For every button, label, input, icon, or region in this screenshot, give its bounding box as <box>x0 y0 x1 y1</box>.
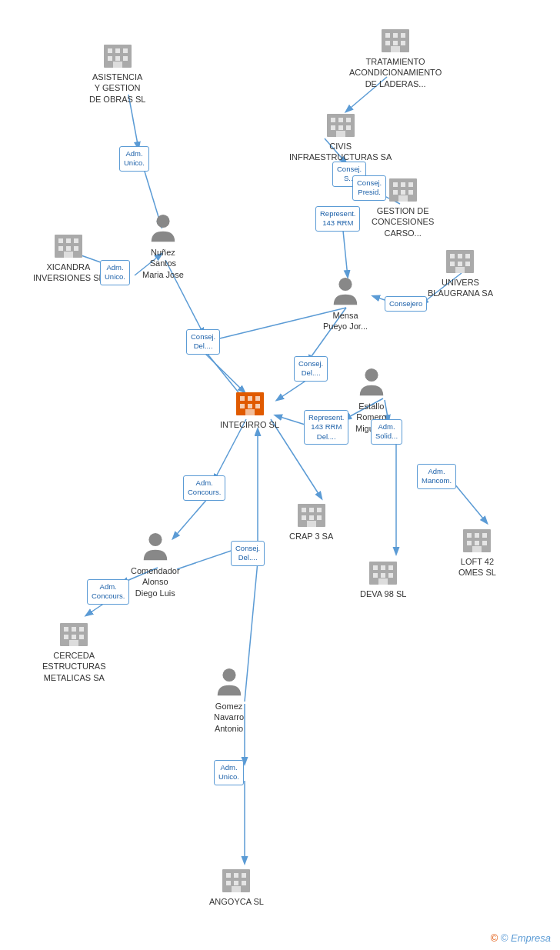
svg-rect-74 <box>408 182 413 187</box>
svg-rect-120 <box>226 873 231 878</box>
svg-rect-49 <box>393 33 398 38</box>
person-icon-gomez <box>215 668 243 698</box>
badge-represent-143rrm[interactable]: Represent. 143 RRM <box>315 206 360 232</box>
svg-rect-125 <box>242 881 246 885</box>
label-deva98: DEVA 98 SL <box>360 588 406 599</box>
svg-rect-94 <box>307 521 316 527</box>
svg-rect-75 <box>393 190 398 195</box>
watermark: © © Empresa <box>491 932 551 944</box>
label-xicandra: XICANDRA INVERSIONES SL <box>33 262 104 284</box>
svg-rect-40 <box>108 48 112 53</box>
svg-rect-53 <box>401 41 405 45</box>
badge-adm-unico-asistencia[interactable]: Adm. Unico. <box>119 146 149 172</box>
badge-adm-unico-gomez[interactable]: Adm. Unico. <box>214 760 244 785</box>
label-asistencia: ASISTENCIA Y GESTION DE OBRAS SL <box>89 72 145 105</box>
node-civis: CIVIS INFRAESTRUCTURAS SA <box>289 106 392 163</box>
svg-rect-88 <box>302 508 306 512</box>
badge-adm-concours-intecirro[interactable]: Adm. Concours. <box>183 475 225 501</box>
svg-rect-101 <box>388 573 393 578</box>
company-icon-angoyca <box>220 862 252 894</box>
badge-consej-del-mensa2[interactable]: Consej. Del.... <box>294 356 328 382</box>
label-civis: CIVIS INFRAESTRUCTURAS SA <box>289 141 392 163</box>
node-deva98: DEVA 98 SL <box>360 554 406 599</box>
badge-adm-solid[interactable]: Adm. Solid... <box>371 419 402 445</box>
svg-rect-42 <box>123 48 128 53</box>
company-icon-asistencia <box>102 37 134 69</box>
person-icon-nunez <box>149 214 177 245</box>
svg-rect-84 <box>458 262 462 266</box>
node-intecirro: INTECIRRO SL <box>220 385 279 430</box>
label-nunez: Nuñez Santos Maria Jose <box>142 247 184 280</box>
svg-rect-85 <box>465 262 470 266</box>
svg-rect-35 <box>240 404 245 408</box>
svg-rect-54 <box>391 46 400 52</box>
svg-rect-93 <box>317 515 322 520</box>
svg-rect-100 <box>381 573 385 578</box>
svg-rect-112 <box>64 627 68 632</box>
company-icon-cerceda <box>58 615 90 648</box>
svg-rect-38 <box>245 409 255 415</box>
node-cerceda: CERCEDA ESTRUCTURAS METALICAS SA <box>42 615 106 683</box>
person-icon-estallo <box>358 368 385 398</box>
svg-rect-67 <box>58 246 63 251</box>
node-crap3: CRAP 3 SA <box>289 496 333 542</box>
label-crap3: CRAP 3 SA <box>289 531 333 542</box>
svg-rect-61 <box>346 125 351 130</box>
label-intecirro: INTECIRRO SL <box>220 419 279 430</box>
badge-consej-presid-civis[interactable]: Consej. Presid. <box>352 175 386 201</box>
svg-rect-113 <box>72 627 76 632</box>
node-univers: UNIVERS BLAUGRANA SA <box>428 242 493 299</box>
company-icon-tratamiento <box>379 22 412 54</box>
svg-rect-102 <box>378 578 388 585</box>
company-icon-univers <box>444 242 476 275</box>
svg-rect-37 <box>255 404 260 408</box>
svg-rect-81 <box>458 254 462 258</box>
svg-rect-51 <box>385 41 390 45</box>
svg-rect-77 <box>408 190 413 195</box>
company-icon-gestion <box>387 171 419 203</box>
svg-rect-76 <box>401 190 405 195</box>
svg-rect-105 <box>475 533 479 538</box>
label-loft42: LOFT 42 OMES SL <box>458 556 496 578</box>
badge-adm-concours-cerceda[interactable]: Adm. Concours. <box>87 579 129 605</box>
svg-rect-72 <box>393 182 398 187</box>
svg-rect-82 <box>465 254 470 258</box>
svg-point-130 <box>148 533 162 546</box>
svg-rect-60 <box>338 125 343 130</box>
svg-rect-121 <box>234 873 238 878</box>
node-tratamiento: TRATAMIENTO ACONDICIONAMIENTO DE LADERAS… <box>349 22 442 89</box>
label-gestion: GESTION DE CONCESIONES CARSO... <box>372 205 434 238</box>
svg-rect-123 <box>226 881 231 885</box>
svg-rect-110 <box>472 546 482 552</box>
badge-adm-unico-xicandra[interactable]: Adm. Unico. <box>100 260 130 285</box>
svg-rect-56 <box>331 118 335 122</box>
svg-rect-62 <box>336 131 345 137</box>
person-icon-mensa <box>332 277 359 308</box>
label-mensa: Mensa Pueyo Jor... <box>323 310 368 332</box>
svg-rect-73 <box>401 182 405 187</box>
svg-line-30 <box>245 562 258 702</box>
person-icon-comendador <box>142 532 169 563</box>
diagram-container: INTECIRRO SL ASISTENCIA Y GESTION DE OBR… <box>0 0 560 950</box>
svg-rect-58 <box>346 118 351 122</box>
svg-rect-104 <box>467 533 472 538</box>
badge-consejero-univers[interactable]: Consejero <box>385 296 427 312</box>
svg-rect-115 <box>64 635 68 639</box>
svg-rect-32 <box>240 396 245 401</box>
svg-rect-122 <box>242 873 246 878</box>
svg-rect-109 <box>482 541 487 545</box>
svg-rect-46 <box>113 62 122 68</box>
svg-rect-64 <box>58 238 63 243</box>
svg-rect-69 <box>74 246 78 251</box>
node-nunez: Nuñez Santos Maria Jose <box>142 214 184 280</box>
badge-consej-del-mensa1[interactable]: Consej. Del.... <box>186 329 220 355</box>
svg-rect-86 <box>455 267 465 273</box>
svg-point-129 <box>365 368 378 382</box>
badge-adm-mancom[interactable]: Adm. Mancom. <box>417 464 456 489</box>
node-comendador: Comendador Alonso Diego Luis <box>131 532 180 598</box>
svg-rect-98 <box>388 565 393 570</box>
badge-consej-del-comendador[interactable]: Consej. Del.... <box>231 541 265 566</box>
svg-rect-99 <box>373 573 378 578</box>
badge-represent-143rrm-del[interactable]: Represent. 143 RRM Del.... <box>304 410 348 445</box>
svg-rect-44 <box>115 56 120 61</box>
